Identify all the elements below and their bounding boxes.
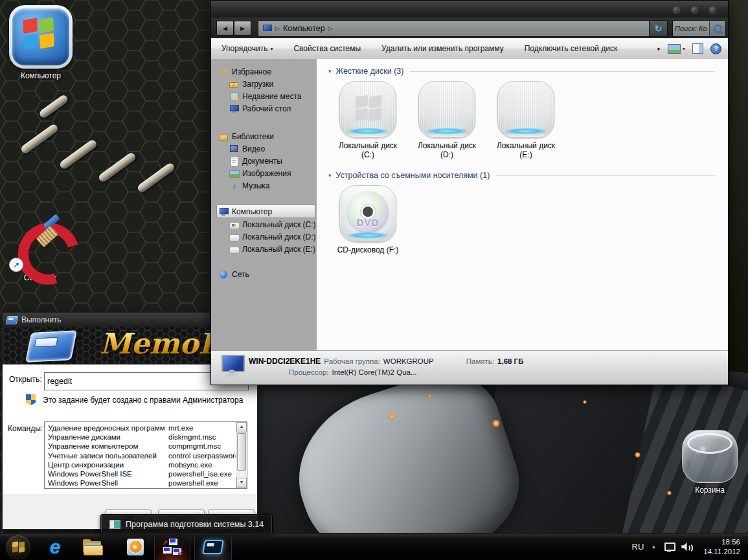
sidebar-item-music[interactable]: ♪ Музыка — [219, 179, 324, 192]
scroll-down-icon[interactable]: ▼ — [236, 478, 247, 488]
collapse-arrow-icon[interactable]: ▾ — [328, 172, 332, 179]
refresh-icon: ↻ — [655, 23, 663, 34]
close-button[interactable] — [709, 6, 716, 14]
sidebar-item-network[interactable]: Сеть — [219, 268, 324, 280]
command-row[interactable]: Windows PowerShell ISEpowershell_ise.exe — [45, 469, 236, 478]
downloads-folder-icon: ↓ — [229, 80, 239, 89]
maximize-button[interactable] — [691, 6, 698, 14]
command-row[interactable]: Windows PowerShellpowershell.exe — [45, 478, 236, 487]
organize-menu[interactable]: Упорядочить ▾ — [221, 44, 273, 53]
drive-icon — [497, 81, 554, 138]
taskbar-item-memorun[interactable] — [194, 533, 232, 560]
command-row[interactable]: Удаление вредоносных программmrt.exe — [45, 423, 236, 432]
sidebar-item-libraries[interactable]: Библиотеки — [219, 130, 324, 142]
system-properties-button[interactable]: Свойства системы — [293, 44, 361, 53]
show-hidden-icons-button[interactable]: ▲ — [651, 544, 656, 550]
forward-button[interactable]: ▶ — [234, 21, 251, 36]
refresh-button[interactable]: ↻ — [649, 20, 668, 37]
sysprep-window-icon — [109, 520, 120, 529]
language-indicator[interactable]: RU — [632, 542, 644, 552]
drive-e-item[interactable]: Локальный диск(E:) — [486, 81, 565, 159]
desktop-icon-recycle-bin[interactable]: Корзина — [677, 430, 742, 495]
sidebar-item-documents[interactable]: Документы — [219, 155, 324, 167]
sidebar-item-computer[interactable]: Компьютер — [216, 205, 315, 218]
breadcrumb[interactable]: Компьютер — [283, 24, 325, 33]
network-tray-icon[interactable] — [663, 543, 674, 552]
memorun-logo-icon — [25, 330, 77, 363]
help-button[interactable]: ? — [710, 43, 721, 54]
uninstall-program-button[interactable]: Удалить или изменить программу — [381, 44, 504, 53]
taskbar-item-explorer[interactable] — [74, 533, 111, 560]
taskbar-item-media-player[interactable]: ▶ — [117, 533, 154, 560]
group-header-hard-disks[interactable]: ▾ Жесткие диски (3) — [328, 67, 728, 76]
wallpaper-spark — [635, 452, 640, 458]
command-row[interactable]: Управление компьютеромcompmgmt.msc — [45, 442, 236, 451]
desktop-icon-ccleaner[interactable]: ↗ CCleaner — [8, 219, 73, 282]
volume-tray-icon[interactable] — [681, 542, 694, 552]
desktop-icon-computer[interactable]: Компьютер — [5, 5, 76, 80]
address-bar[interactable]: ▷ Компьютер ▷ ▾ — [258, 20, 658, 37]
scroll-up-icon[interactable]: ▲ — [236, 422, 247, 432]
sidebar-item-disk-c[interactable]: Локальный диск (C:) — [219, 218, 324, 230]
computer-name: WIN-DDCI2EKE1HE — [249, 357, 321, 366]
taskbar-item-internet-explorer[interactable]: e — [36, 533, 74, 560]
sidebar-item-downloads[interactable]: ↓ Загрузки — [219, 78, 324, 90]
wallpaper-spark — [389, 413, 395, 420]
sidebar-item-favorites[interactable]: ★ Избранное — [219, 65, 324, 78]
processor-label: Процессор: — [289, 368, 329, 376]
scrollbar-thumb[interactable] — [237, 433, 246, 471]
preview-pane-button[interactable] — [692, 43, 703, 54]
back-button[interactable]: ◀ — [216, 21, 234, 36]
breadcrumb-arrow-icon: ▷ — [328, 25, 333, 32]
pictures-icon — [229, 169, 239, 178]
uac-shield-icon — [26, 394, 36, 405]
drive-c-item[interactable]: Локальный диск(C:) — [328, 81, 407, 159]
desktop-icon — [229, 104, 239, 113]
commands-listbox[interactable]: Удаление вредоносных программmrt.exe Упр… — [44, 421, 247, 489]
views-button[interactable]: ▾ — [668, 44, 685, 54]
start-button[interactable] — [0, 533, 36, 560]
workgroup-label: Рабочая группа: — [324, 357, 380, 365]
clock[interactable]: 18:56 14.11.2012 — [701, 537, 740, 557]
dvd-drive-icon: DVD — [339, 185, 396, 242]
recycle-bin-icon — [682, 430, 738, 483]
commands-scrollbar[interactable]: ▲ ▼ — [236, 422, 247, 488]
minimize-button[interactable] — [673, 6, 680, 14]
sidebar-item-desktop[interactable]: Рабочий стол — [219, 102, 324, 115]
command-row[interactable]: Управление дискамиdiskmgmt.msc — [45, 432, 236, 442]
search-box[interactable] — [672, 20, 726, 37]
taskbar-item-sysprep[interactable]: ↗ ↙ — [154, 533, 190, 560]
folder-icon — [83, 539, 102, 555]
system-drive-icon — [229, 220, 239, 229]
group-header-removable[interactable]: ▾ Устройства со съемными носителями (1) — [328, 171, 728, 180]
cd-drive-item[interactable]: DVD CD-дисковод (F:) — [328, 185, 407, 254]
sidebar-item-pictures[interactable]: Изображения — [219, 167, 324, 179]
media-player-icon: ▶ — [127, 539, 144, 555]
tooltip-text: Программа подготовки системы 3.14 — [126, 520, 264, 529]
drive-label: Локальный диск(D:) — [418, 141, 476, 159]
help-icon: ? — [714, 45, 718, 52]
explorer-command-bar: Упорядочить ▾ Свойства системы Удалить и… — [211, 38, 728, 60]
command-row[interactable]: Учетные записи пользователейcontrol user… — [45, 451, 236, 460]
wallpaper-spark — [427, 394, 432, 398]
drive-label: Локальный диск(E:) — [497, 141, 555, 159]
command-row[interactable]: Центр синхронизацииmobsync.exe — [45, 460, 236, 469]
search-icon — [714, 25, 722, 33]
collapse-arrow-icon[interactable]: ▾ — [328, 68, 332, 74]
sidebar-item-disk-e[interactable]: Локальный диск (E:) — [219, 243, 324, 255]
taskbar: e ▶ ↗ ↙ RU ▲ — [0, 533, 748, 560]
desktop-icon-label: Корзина — [695, 486, 725, 495]
search-input[interactable] — [673, 25, 709, 32]
search-button[interactable] — [709, 21, 725, 36]
sidebar-item-recent-places[interactable]: Недавние места — [219, 90, 324, 102]
map-network-drive-button[interactable]: Подключить сетевой диск — [525, 44, 617, 53]
wallpaper-shade — [727, 0, 748, 388]
drive-d-item[interactable]: Локальный диск(D:) — [407, 81, 486, 159]
desktop-icon-label: Компьютер — [21, 71, 61, 80]
explorer-titlebar[interactable] — [211, 1, 728, 17]
system-tray: RU ▲ 18:56 14.11.2012 — [632, 533, 748, 560]
sidebar-item-disk-d[interactable]: Локальный диск (D:) — [219, 230, 324, 243]
sidebar-item-videos[interactable]: Видео — [219, 142, 324, 155]
more-commands-icon[interactable]: ▸ — [657, 45, 661, 52]
drive-icon — [418, 81, 475, 138]
